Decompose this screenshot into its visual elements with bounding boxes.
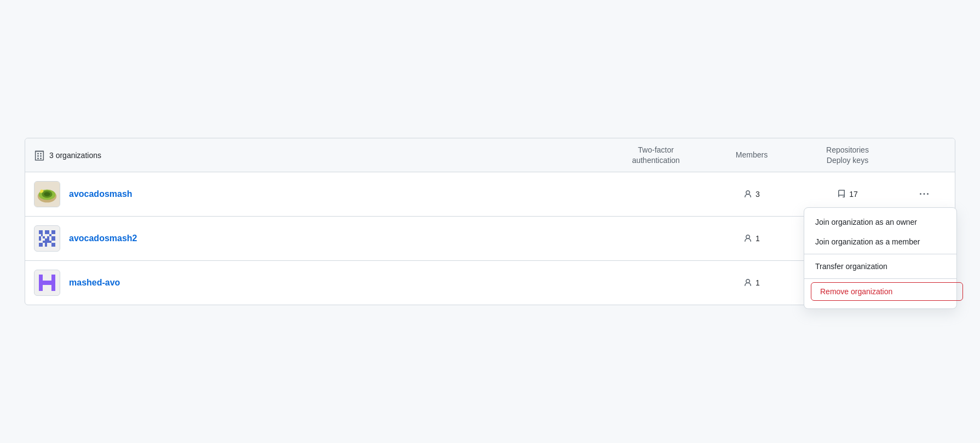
table-header: 3 organizations Two-factor authenticatio…: [25, 138, 955, 172]
org-building-icon: [34, 150, 45, 161]
org-name-link-mashed-avo[interactable]: mashed-avo: [69, 278, 120, 288]
org-name-link-avocadosmash2[interactable]: avocadosmash2: [69, 234, 137, 243]
svg-rect-20: [45, 238, 49, 243]
members-count-mashed-avo: 1: [756, 278, 760, 287]
svg-rect-17: [51, 242, 56, 247]
svg-rect-14: [51, 236, 56, 241]
org-count-label: 3 organizations: [49, 151, 101, 160]
org-name-cell-3: mashed-avo: [34, 270, 601, 296]
svg-rect-28: [43, 287, 51, 291]
svg-rect-16: [45, 242, 47, 247]
more-icon: [920, 190, 929, 199]
members-cell-avocadosmash: 3: [711, 190, 793, 199]
svg-rect-18: [41, 234, 43, 236]
svg-point-6: [40, 191, 42, 193]
org-avatar-avocadosmash2: [34, 225, 60, 252]
join-as-owner-button[interactable]: Join organization as an owner: [804, 212, 956, 232]
org-name-link-avocadosmash[interactable]: avocadosmash: [69, 189, 132, 199]
organizations-table: 3 organizations Two-factor authenticatio…: [25, 138, 955, 305]
svg-rect-10: [51, 230, 56, 234]
svg-rect-21: [43, 240, 45, 242]
svg-rect-12: [43, 236, 45, 238]
dropdown-menu: Join organization as an owner Join organ…: [804, 207, 957, 309]
actions-cell-avocadosmash: Join organization as an owner Join organ…: [902, 188, 946, 201]
svg-rect-9: [45, 230, 49, 234]
svg-rect-19: [49, 234, 51, 236]
svg-rect-22: [49, 240, 51, 242]
svg-rect-11: [39, 236, 41, 241]
transfer-org-button[interactable]: Transfer organization: [804, 257, 956, 276]
table-row: avocadosmash 3 17 Join organization as a…: [25, 172, 955, 217]
svg-rect-27: [43, 274, 51, 278]
dropdown-divider: [804, 254, 956, 254]
org-name-cell-2: avocadosmash2: [34, 225, 601, 252]
repositories-col-header: Repositories Deploy keys: [793, 145, 902, 165]
two-factor-col-header: Two-factor authentication: [601, 145, 711, 165]
person-icon-3: [743, 278, 752, 287]
repo-icon: [837, 190, 846, 199]
org-count-cell: 3 organizations: [34, 150, 601, 161]
org-avatar-mashed-avo: [34, 270, 60, 296]
person-icon: [743, 190, 752, 199]
remove-org-button[interactable]: Remove organization: [811, 282, 963, 301]
svg-point-4: [44, 192, 50, 196]
svg-rect-13: [47, 236, 49, 238]
org-name-cell: avocadosmash: [34, 181, 601, 207]
repos-count-avocadosmash: 17: [849, 190, 858, 199]
svg-rect-8: [39, 230, 43, 234]
person-icon-2: [743, 234, 752, 243]
members-count-avocadosmash2: 1: [756, 234, 760, 243]
members-col-header: Members: [711, 150, 793, 160]
org-avatar-avocadosmash: [34, 181, 60, 207]
join-as-member-button[interactable]: Join organization as a member: [804, 232, 956, 252]
members-cell-avocadosmash2: 1: [711, 234, 793, 243]
members-cell-mashed-avo: 1: [711, 278, 793, 287]
more-button-avocadosmash[interactable]: [915, 188, 933, 201]
dropdown-divider-2: [804, 278, 956, 279]
svg-rect-26: [39, 281, 55, 285]
repos-cell-avocadosmash: 17: [793, 190, 902, 199]
members-count-avocadosmash: 3: [756, 190, 760, 199]
svg-rect-15: [39, 242, 43, 247]
